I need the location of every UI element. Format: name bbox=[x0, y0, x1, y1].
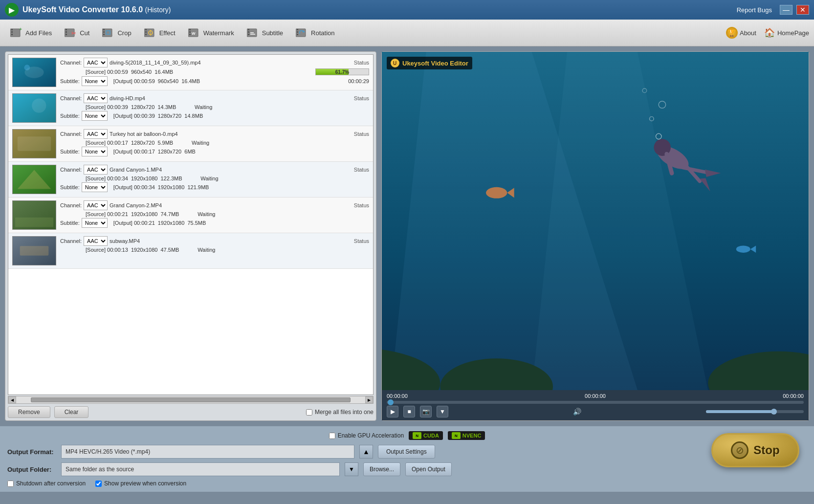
channel-select[interactable]: AAC bbox=[84, 93, 108, 103]
scroll-right-arrow[interactable]: ▶ bbox=[365, 396, 373, 403]
toolbar-add-files[interactable]: + Add Files bbox=[5, 24, 57, 42]
homepage-btn[interactable]: 🏠 HomePage bbox=[764, 27, 809, 39]
folder-row: Output Folder: ▼ Browse... Open Output bbox=[7, 462, 807, 476]
toolbar-rotation[interactable]: Rotation bbox=[290, 24, 339, 42]
checkbox-row: Shutdown after conversion Show preview w… bbox=[7, 480, 807, 487]
file-info: Channel: AAC diving-5(2018_11_14_09_30_5… bbox=[60, 58, 369, 87]
file-info-channel-row: Channel: AAC diving-5(2018_11_14_09_30_5… bbox=[60, 58, 369, 67]
toolbar-subtitle[interactable]: Subtitle bbox=[242, 24, 288, 42]
rotation-label: Rotation bbox=[311, 29, 334, 37]
subtitle-select[interactable]: None bbox=[82, 147, 108, 156]
svg-point-41 bbox=[32, 98, 46, 112]
output-format-input[interactable] bbox=[61, 445, 354, 459]
about-btn[interactable]: 🏆 About bbox=[726, 27, 756, 39]
gpu-acceleration-checkbox[interactable]: Enable GPU Acceleration bbox=[329, 432, 404, 439]
channel-select[interactable]: AAC bbox=[84, 236, 108, 246]
svg-rect-27 bbox=[248, 29, 249, 30]
toolbar-effect[interactable]: Effect bbox=[139, 24, 180, 42]
time-start: 00:00:00 bbox=[387, 393, 408, 399]
shutdown-checkbox[interactable]: Shutdown after conversion bbox=[7, 480, 86, 487]
gpu-label: Enable GPU Acceleration bbox=[338, 432, 404, 439]
stop-playback-button[interactable]: ■ bbox=[403, 406, 415, 417]
merge-label: Merge all files into one bbox=[315, 409, 374, 416]
merge-checkbox[interactable]: Merge all files into one bbox=[306, 409, 374, 416]
svg-rect-49 bbox=[20, 246, 49, 256]
browse-button[interactable]: Browse... bbox=[363, 462, 400, 476]
toolbar-cut[interactable]: ✂ Cut bbox=[59, 24, 94, 42]
effect-label: Effect bbox=[159, 29, 176, 37]
channel-select[interactable]: AAC bbox=[84, 129, 108, 139]
horizontal-scrollbar[interactable]: ◀ ▶ bbox=[8, 396, 374, 404]
scroll-thumb[interactable] bbox=[31, 397, 351, 402]
bottom-section: Enable GPU Acceleration N CUDA N NVENC O… bbox=[0, 426, 814, 492]
volume-bar[interactable] bbox=[706, 410, 804, 413]
volume-thumb[interactable] bbox=[771, 409, 777, 415]
svg-rect-12 bbox=[103, 31, 105, 33]
svg-rect-1 bbox=[11, 29, 13, 30]
nvidia-cuda-logo: N bbox=[413, 432, 421, 439]
shutdown-checkbox-input[interactable] bbox=[7, 481, 14, 487]
subtitle-select[interactable]: None bbox=[82, 111, 108, 121]
about-label: About bbox=[740, 29, 756, 37]
show-preview-checkbox-input[interactable] bbox=[95, 481, 102, 487]
volume-fill bbox=[706, 410, 774, 413]
seek-bar[interactable] bbox=[387, 401, 804, 404]
nvenc-label: NVENC bbox=[462, 433, 482, 438]
show-preview-checkbox[interactable]: Show preview when conversion bbox=[95, 480, 186, 487]
subtitle-select[interactable]: None bbox=[82, 182, 108, 192]
app-subtitle: (History) bbox=[145, 6, 171, 14]
merge-checkbox-input[interactable] bbox=[306, 409, 312, 416]
svg-rect-13 bbox=[103, 34, 105, 35]
remove-button[interactable]: Remove bbox=[8, 406, 50, 418]
crop-label: Crop bbox=[117, 29, 131, 37]
subtitle-select[interactable]: None bbox=[82, 76, 108, 86]
scroll-left-arrow[interactable]: ◀ bbox=[8, 396, 16, 403]
stop-button[interactable]: ⊘ Stop bbox=[711, 433, 799, 467]
output-settings-button[interactable]: Output Settings bbox=[378, 445, 435, 459]
play-button[interactable]: ▶ bbox=[387, 406, 398, 417]
minimize-btn[interactable]: — bbox=[780, 5, 792, 15]
subtitle-select[interactable]: None bbox=[82, 218, 108, 228]
file-list-scroll[interactable]: Channel: AAC diving-5(2018_11_14_09_30_5… bbox=[8, 54, 374, 395]
output-format-dropdown[interactable]: ▲ bbox=[359, 445, 373, 459]
snapshot-button[interactable]: 📷 bbox=[420, 406, 432, 417]
channel-select[interactable]: AAC bbox=[84, 165, 108, 175]
svg-rect-29 bbox=[248, 34, 249, 35]
toolbar-watermark[interactable]: W Watermark bbox=[183, 24, 239, 42]
clear-button[interactable]: Clear bbox=[54, 406, 89, 418]
svg-point-39 bbox=[24, 65, 30, 70]
seek-thumb[interactable] bbox=[388, 399, 394, 405]
gpu-checkbox-input[interactable] bbox=[329, 433, 335, 439]
output-folder-input[interactable] bbox=[61, 462, 340, 476]
file-thumbnail bbox=[12, 93, 56, 123]
subtitle-icon bbox=[246, 26, 260, 40]
cuda-label: CUDA bbox=[423, 433, 439, 438]
svg-text:+: + bbox=[19, 28, 22, 32]
homepage-label: HomePage bbox=[777, 29, 809, 37]
video-preview: U Ukeysoft Video Editor bbox=[382, 52, 809, 390]
effect-icon bbox=[144, 26, 157, 40]
file-thumbnail bbox=[12, 129, 56, 158]
toolbar-crop[interactable]: Crop bbox=[97, 24, 136, 42]
list-item: Channel: AAC Turkey hot air balloon-0.mp… bbox=[8, 126, 373, 162]
rotation-icon bbox=[295, 26, 309, 40]
open-output-button[interactable]: Open Output bbox=[405, 462, 452, 476]
report-bugs-btn[interactable]: Report Bugs bbox=[737, 6, 772, 14]
show-preview-label: Show preview when conversion bbox=[104, 480, 186, 487]
cut-label: Cut bbox=[80, 29, 89, 37]
svg-rect-16 bbox=[145, 29, 147, 30]
folder-dropdown[interactable]: ▼ bbox=[345, 462, 358, 476]
watermark-label: Watermark bbox=[203, 29, 234, 37]
title-left: ▶ UkeySoft Video Converter 10.6.0 (Histo… bbox=[5, 3, 171, 17]
file-info: Channel: AAC Turkey hot air balloon-0.mp… bbox=[60, 129, 369, 157]
file-list-footer: Remove Clear Merge all files into one bbox=[8, 404, 374, 418]
file-thumbnail bbox=[12, 236, 56, 265]
snapshot-dropdown[interactable]: ▼ bbox=[437, 406, 448, 417]
channel-select[interactable]: AAC bbox=[84, 58, 108, 67]
add-files-icon: + bbox=[10, 26, 23, 40]
svg-rect-11 bbox=[103, 29, 105, 30]
close-btn[interactable]: ✕ bbox=[796, 5, 809, 15]
format-row: Output Format: ▲ Output Settings bbox=[7, 445, 807, 459]
channel-select[interactable]: AAC bbox=[84, 200, 108, 210]
svg-rect-7 bbox=[66, 31, 67, 33]
